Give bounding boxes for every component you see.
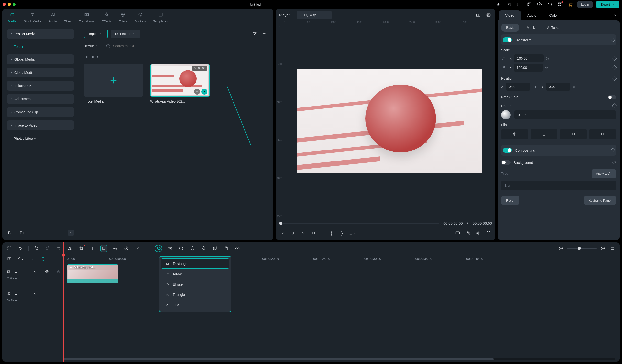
compositing-toggle[interactable] bbox=[503, 148, 512, 153]
prev-frame-icon[interactable] bbox=[279, 230, 286, 237]
audio-track-mute-icon[interactable] bbox=[33, 290, 39, 297]
track-lock-icon[interactable] bbox=[55, 268, 62, 275]
color-tool-icon[interactable] bbox=[178, 245, 185, 252]
import-button[interactable]: Import bbox=[84, 30, 108, 38]
tab-filters[interactable]: Filters bbox=[118, 11, 127, 23]
minimize-window[interactable] bbox=[8, 3, 11, 6]
shape-line[interactable]: Line bbox=[161, 300, 229, 310]
inspector-tab-audio[interactable]: Audio bbox=[521, 10, 543, 20]
scale-y-keyframe[interactable] bbox=[612, 65, 617, 70]
shape-arrow[interactable]: Arrow bbox=[161, 269, 229, 279]
scale-x-input[interactable] bbox=[514, 55, 544, 62]
preview-viewport[interactable] bbox=[284, 24, 495, 219]
help-icon[interactable] bbox=[612, 161, 616, 164]
apply-to-all-button[interactable]: Apply to All bbox=[592, 169, 616, 178]
stop-icon[interactable] bbox=[310, 230, 317, 237]
compositing-keyframe[interactable] bbox=[610, 148, 615, 153]
timeline-ruler[interactable]: 00:0000:00:05:0000:00:10:0000:00:15:0000… bbox=[6, 254, 616, 263]
quality-select[interactable]: Full Quality bbox=[297, 11, 332, 19]
inspector-tabs-scroll[interactable] bbox=[612, 12, 619, 19]
save-icon[interactable] bbox=[526, 1, 533, 8]
audio-track-folder-icon[interactable] bbox=[21, 290, 28, 297]
subtab-mask[interactable]: Mask bbox=[522, 24, 540, 32]
apps-icon[interactable] bbox=[557, 1, 564, 8]
smile-icon[interactable] bbox=[155, 245, 162, 252]
export-button[interactable]: Export bbox=[596, 1, 619, 8]
more-icon[interactable] bbox=[261, 31, 268, 37]
mic-tool-icon[interactable] bbox=[200, 245, 207, 252]
filter-icon[interactable] bbox=[251, 31, 258, 37]
tab-stock-media[interactable]: Stock Media bbox=[24, 11, 41, 23]
pos-x-input[interactable] bbox=[506, 83, 530, 91]
next-frame-icon[interactable] bbox=[300, 230, 307, 237]
zoom-slider[interactable] bbox=[567, 248, 597, 249]
sidebar-image-to-video[interactable]: Image to Video bbox=[7, 120, 74, 130]
folder-icon[interactable] bbox=[19, 229, 25, 236]
send-icon[interactable] bbox=[495, 1, 502, 8]
add-clip-icon[interactable] bbox=[194, 89, 200, 94]
path-curve-toggle[interactable] bbox=[608, 95, 616, 99]
undo-icon[interactable] bbox=[33, 245, 40, 252]
fullscreen-icon[interactable] bbox=[485, 230, 492, 237]
search-input[interactable] bbox=[113, 44, 176, 48]
position-keyframe[interactable] bbox=[612, 76, 617, 81]
rotate-input[interactable] bbox=[514, 110, 616, 119]
reset-button[interactable]: Reset bbox=[501, 196, 519, 205]
zoom-out-icon[interactable] bbox=[557, 245, 564, 252]
lock-aspect-icon[interactable] bbox=[501, 65, 506, 70]
mark-out-icon[interactable]: } bbox=[338, 230, 345, 237]
track-mute-icon[interactable] bbox=[33, 268, 39, 275]
layout-icon[interactable] bbox=[516, 1, 523, 8]
background-type-select[interactable]: Blur bbox=[501, 181, 616, 190]
mark-in-icon[interactable]: { bbox=[328, 230, 335, 237]
inspector-tab-video[interactable]: Video bbox=[499, 10, 521, 20]
shape-tool-icon[interactable] bbox=[100, 245, 107, 252]
redo-icon[interactable] bbox=[44, 245, 51, 252]
shield-tool-icon[interactable] bbox=[189, 245, 196, 252]
sidebar-influence-kit[interactable]: Influence Kit bbox=[7, 81, 74, 91]
tab-templates[interactable]: Templates bbox=[153, 11, 168, 23]
tab-stickers[interactable]: Stickers bbox=[135, 11, 146, 23]
zoom-fit-icon[interactable] bbox=[609, 245, 616, 252]
volume-icon[interactable] bbox=[475, 230, 482, 237]
speed-tool-icon[interactable] bbox=[123, 245, 130, 252]
transform-toggle[interactable] bbox=[503, 37, 512, 42]
sidebar-photos-library[interactable]: Photos Library bbox=[7, 134, 74, 143]
keyframe-panel-button[interactable]: Keyframe Panel bbox=[584, 196, 616, 205]
sidebar-project-media[interactable]: Project Media bbox=[7, 29, 74, 39]
tab-transitions[interactable]: Transitions bbox=[79, 11, 94, 23]
shape-rectangle[interactable]: Rectangle bbox=[161, 258, 229, 269]
subtab-basic[interactable]: Basic bbox=[501, 24, 519, 32]
crop-icon[interactable] bbox=[78, 245, 85, 252]
new-folder-icon[interactable] bbox=[7, 229, 14, 236]
scale-y-input[interactable] bbox=[514, 64, 543, 72]
sidebar-global-media[interactable]: Global Media bbox=[7, 55, 74, 64]
snap-icon[interactable] bbox=[39, 255, 46, 262]
delete-icon[interactable] bbox=[56, 245, 62, 252]
camera-tool-icon[interactable] bbox=[167, 245, 173, 252]
tab-effects[interactable]: Effects bbox=[102, 11, 112, 23]
link-tool-icon[interactable] bbox=[234, 245, 241, 252]
snapshot-icon[interactable] bbox=[465, 230, 471, 237]
record-button[interactable]: Record bbox=[111, 30, 140, 38]
background-toggle[interactable] bbox=[501, 160, 510, 165]
tab-titles[interactable]: Titles bbox=[64, 11, 72, 23]
magnet-icon[interactable] bbox=[28, 255, 35, 262]
rotate-cw-button[interactable] bbox=[589, 129, 616, 139]
tab-media[interactable]: Media bbox=[8, 11, 16, 23]
play-icon[interactable] bbox=[290, 230, 296, 237]
cloud-download-icon[interactable] bbox=[536, 1, 543, 8]
media-clip-tile[interactable]: 00:00:06 ✓ WhatsApp Video 202... bbox=[150, 64, 210, 103]
login-button[interactable]: Login bbox=[577, 1, 593, 8]
image-view-icon[interactable] bbox=[485, 12, 492, 18]
sort-default[interactable]: Default bbox=[84, 44, 98, 48]
video-clip[interactable]: WhatsApp Vid... bbox=[67, 264, 118, 283]
subtab-ai-tools[interactable]: AI Tools bbox=[542, 24, 564, 32]
close-window[interactable] bbox=[3, 3, 6, 6]
headphones-icon[interactable] bbox=[546, 1, 553, 8]
subtabs-scroll[interactable] bbox=[566, 24, 573, 31]
scrub-track[interactable] bbox=[279, 223, 439, 224]
rotate-keyframe[interactable] bbox=[612, 103, 617, 108]
markers-icon[interactable] bbox=[349, 230, 355, 237]
pointer-tool-icon[interactable] bbox=[17, 245, 24, 252]
